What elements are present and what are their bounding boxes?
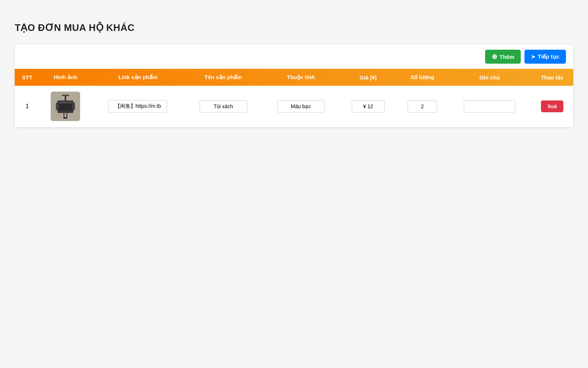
xoa-label: Xoá — [548, 103, 557, 109]
svg-rect-11 — [64, 117, 67, 118]
gia-input[interactable] — [352, 100, 385, 113]
svg-rect-9 — [64, 113, 64, 118]
cell-link-san-pham[interactable] — [92, 86, 184, 127]
svg-rect-5 — [59, 103, 72, 111]
stt-value: 1 — [26, 103, 29, 109]
svg-rect-3 — [65, 96, 66, 100]
header-row: STT Hình ảnh Link sản phẩm Tên sản phẩm … — [15, 69, 573, 86]
product-image — [51, 92, 80, 121]
xoa-button[interactable]: Xoá — [541, 100, 564, 112]
col-hinh-anh: Hình ảnh — [40, 69, 92, 86]
col-gia: Giá (¥) — [340, 69, 397, 86]
cell-hinh-anh — [40, 86, 92, 127]
product-table: STT Hình ảnh Link sản phẩm Tên sản phẩm … — [15, 69, 573, 127]
cell-so-luong[interactable] — [397, 86, 448, 127]
cell-ten-san-pham[interactable] — [184, 86, 262, 127]
link-san-pham-input[interactable] — [108, 100, 167, 113]
col-thuoc-tinh: Thuộc tính — [262, 69, 340, 86]
table-wrapper: ⊕ Thêm ➤ Tiếp tục STT Hình ảnh Link sản … — [15, 45, 573, 127]
cell-stt: 1 — [15, 86, 40, 127]
cell-thao-tac[interactable]: Xoá — [531, 86, 573, 127]
table-body: 1 — [15, 86, 573, 127]
col-so-luong: Số lượng — [397, 69, 448, 86]
plus-icon: ⊕ — [492, 53, 497, 61]
col-ten-san-pham: Tên sản phẩm — [184, 69, 262, 86]
svg-rect-10 — [67, 113, 67, 118]
toolbar: ⊕ Thêm ➤ Tiếp tục — [15, 45, 573, 69]
table-row: 1 — [15, 86, 573, 127]
page-container: TẠO ĐƠN MUA HỘ KHÁC ⊕ Thêm ➤ Tiếp tục ST… — [0, 0, 588, 368]
tiep-tuc-button[interactable]: ➤ Tiếp tục — [524, 50, 566, 64]
cell-ghi-chu[interactable] — [448, 86, 531, 127]
tiep-tuc-label: Tiếp tục — [538, 53, 559, 60]
col-stt: STT — [15, 69, 40, 86]
svg-rect-2 — [62, 95, 69, 96]
cell-thuoc-tinh[interactable] — [262, 86, 340, 127]
cell-gia[interactable] — [340, 86, 397, 127]
ghi-chu-input[interactable] — [464, 100, 515, 113]
page-title: TẠO ĐƠN MUA HỘ KHÁC — [15, 22, 573, 33]
them-button[interactable]: ⊕ Thêm — [485, 50, 521, 64]
svg-rect-8 — [73, 103, 75, 110]
thuoc-tinh-input[interactable] — [277, 100, 325, 113]
table-header: STT Hình ảnh Link sản phẩm Tên sản phẩm … — [15, 69, 573, 86]
arrow-icon: ➤ — [531, 54, 535, 60]
col-link-san-pham: Link sản phẩm — [92, 69, 184, 86]
so-luong-input[interactable] — [408, 100, 437, 113]
svg-rect-7 — [56, 103, 58, 110]
product-image-svg — [51, 92, 80, 121]
them-label: Thêm — [499, 54, 514, 60]
svg-rect-6 — [59, 102, 72, 103]
col-ghi-chu: Ghi chú — [448, 69, 531, 86]
ten-san-pham-input[interactable] — [200, 100, 247, 113]
col-thao-tac: Thao tác — [531, 69, 573, 86]
